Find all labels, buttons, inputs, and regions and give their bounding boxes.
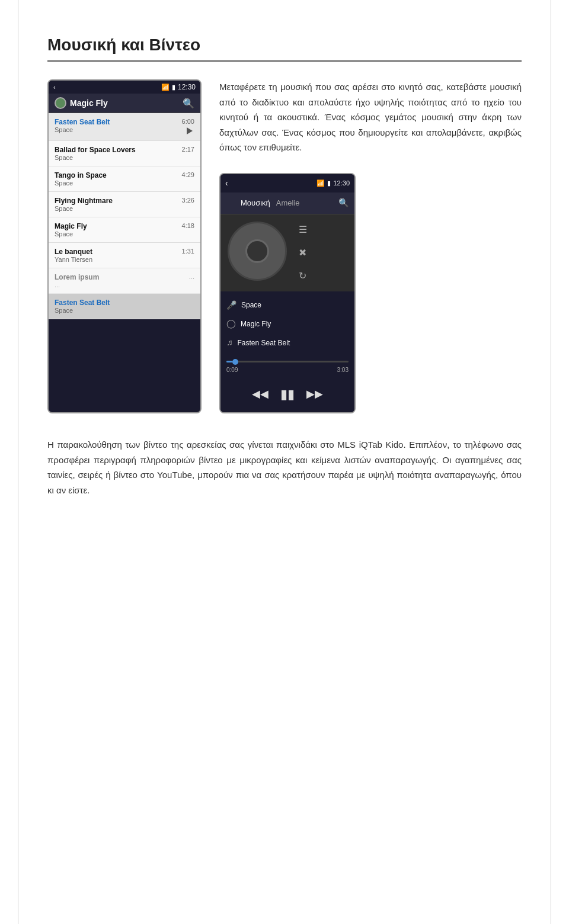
song-duration: 3:26 [182,197,194,204]
player-app-title: Μουσική [241,197,270,210]
song-artist: Space [55,205,113,212]
track-title: Fasten Seat Belt [238,337,290,349]
player-wifi-icon: 📶 [317,178,325,189]
track-row-space: 🎤 Space [226,296,349,315]
song-item-fasten-1[interactable]: Fasten Seat Belt Space 6:00 [49,113,200,141]
player-time: 12:30 [333,178,350,189]
song-item-ballad[interactable]: Ballad for Space Lovers Space 2:17 [49,141,200,166]
song-artist: ... [55,281,99,288]
mic-icon: 🎤 [226,299,236,313]
music-icon: ♬ [226,336,233,350]
song-item-banquet[interactable]: Le banquet Yann Tiersen 1:31 [49,243,200,268]
next-button[interactable]: ▶▶ [306,385,323,403]
song-title: Lorem ipsum [55,273,99,281]
album-art-row: ☰ ✖ ↻ [220,214,354,291]
disc-icon: ◯ [226,317,236,331]
song-title: Le banquet [55,248,92,256]
song-item-magic[interactable]: Magic Fly Space 4:18 [49,217,200,243]
progress-times: 0:09 3:03 [226,365,349,375]
track-artist: Space [241,299,261,311]
search-title-text: Magic Fly [70,98,108,108]
player-search-icon[interactable]: 🔍 [338,196,349,210]
menu-icon[interactable]: ☰ [299,222,307,238]
music-list: Fasten Seat Belt Space 6:00 Ballad for S… [49,113,200,319]
player-buttons: ◀◀ ▮▮ ▶▶ [220,378,354,412]
previous-button[interactable]: ◀◀ [252,385,268,403]
player-track-list: 🎤 Space ◯ Magic Fly ♬ Fasten Seat Belt [220,291,354,357]
progress-total: 3:03 [337,365,349,375]
repeat-icon[interactable]: ↻ [299,268,307,284]
song-artist: Space [55,307,110,314]
progress-dot [232,359,238,365]
progress-bar-fill [226,361,232,362]
player-mockup: ‹ 📶 ▮ 12:30 Μουσική Amelie [219,173,356,414]
play-icon[interactable] [185,126,194,136]
progress-bar-bg [226,361,349,362]
track-album: Magic Fly [241,318,271,330]
song-title: Fasten Seat Belt [55,299,110,307]
page-title: Μουσική και Βίντεο [47,36,522,62]
song-title: Magic Fly [55,222,87,230]
player-header: Μουσική Amelie 🔍 [220,192,354,214]
top-section: ‹ 📶 ▮ 12:30 Magic Fly 🔍 [47,79,522,413]
page-border-left [18,0,18,924]
album-art [228,222,287,281]
shuffle-icon[interactable]: ✖ [299,245,307,261]
song-duration: ... [189,273,194,280]
song-title: Ballad for Space Lovers [55,146,136,154]
song-artist: Yann Tiersen [55,256,92,263]
song-artist: Space [55,230,87,238]
phone-status-bar: ‹ 📶 ▮ 12:30 [49,81,200,94]
song-artist: Space [55,126,110,133]
player-app-subtitle: Amelie [276,197,300,210]
page-border-right [551,0,551,924]
wifi-icon: 📶 [161,84,170,91]
song-item-lorem[interactable]: Lorem ipsum ... ... [49,268,200,294]
player-back-icon: ‹ [225,177,228,191]
song-duration: 6:00 [182,118,194,125]
pause-button[interactable]: ▮▮ [280,383,295,405]
side-controls: ☰ ✖ ↻ [299,222,307,284]
phone-music-mockup: ‹ 📶 ▮ 12:30 Magic Fly 🔍 [47,79,202,413]
player-progress: 0:09 3:03 [220,357,354,378]
status-back-icon: ‹ [53,84,56,91]
song-title: Fasten Seat Belt [55,118,110,126]
song-item-tango[interactable]: Tango in Space Space 4:29 [49,166,200,192]
search-title-row: Magic Fly [55,97,108,109]
search-icon[interactable]: 🔍 [183,98,194,109]
song-artist: Space [55,154,136,161]
top-right-paragraph: Μεταφέρετε τη μουσική που σας αρέσει στο… [219,79,522,155]
song-title: Tango in Space [55,171,107,179]
top-right-description: Μεταφέρετε τη μουσική που σας αρέσει στο… [219,79,522,413]
song-artist: Space [55,179,107,187]
song-duration: 2:17 [182,146,194,153]
song-item-flying[interactable]: Flying Nightmare Space 3:26 [49,192,200,217]
status-time: 12:30 [178,83,196,91]
bottom-section: Η παρακολούθηση των βίντεο της αρεσκείας… [47,437,522,498]
battery-status: ▮ [172,84,175,91]
bottom-text: Η παρακολούθηση των βίντεο της αρεσκείας… [47,437,522,498]
track-row-fasten: ♬ Fasten Seat Belt [226,333,349,352]
song-duration: 4:29 [182,171,194,178]
phone-search-bar: Magic Fly 🔍 [49,94,200,113]
bottom-paragraph: Η παρακολούθηση των βίντεο της αρεσκείας… [47,437,522,498]
song-duration: 1:31 [182,248,194,255]
album-art-inner [245,239,269,263]
song-duration: 4:18 [182,222,194,229]
track-row-magic: ◯ Magic Fly [226,315,349,333]
player-status-bar: ‹ 📶 ▮ 12:30 [220,174,354,193]
player-app-icon [226,198,237,208]
song-title: Flying Nightmare [55,197,113,205]
progress-current: 0:09 [226,365,238,375]
player-battery: ▮ [327,178,331,189]
song-item-active[interactable]: Fasten Seat Belt Space [49,294,200,319]
app-icon [55,97,66,109]
